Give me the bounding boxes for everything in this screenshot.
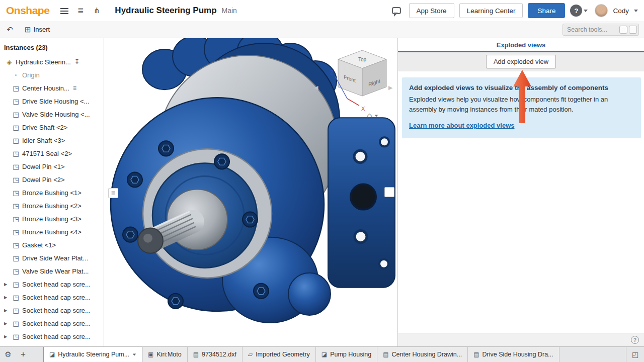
tab-hydraulic-steering-pump[interactable]: ◪ Hydraulic Steering Pum... <box>43 347 142 362</box>
named-positions-icon[interactable] <box>221 23 234 36</box>
instances-flyout-handle-icon[interactable]: ≣ <box>108 188 118 198</box>
instance-origin[interactable]: • Origin <box>0 68 104 81</box>
instances-panel: Instances (23) ◈ Hydraulic Steerin... ↧ … <box>0 38 104 346</box>
group-icon[interactable] <box>112 23 126 36</box>
instance-root[interactable]: ◈ Hydraulic Steerin... ↧ <box>0 55 104 68</box>
instance-valve-side-wear-plate[interactable]: ◳ Valve Side Wear Plat... <box>0 264 104 278</box>
instance-bronze-bushing-2[interactable]: ◳ Bronze Bushing <2> <box>0 199 104 212</box>
measure-icon[interactable] <box>343 23 357 36</box>
viewport-3d[interactable]: ≣ ◀ ▶ Top Front Right Z X ◇ <box>104 38 397 346</box>
trailing-icon[interactable]: ≡ <box>73 84 76 92</box>
simulation-icon[interactable] <box>275 23 289 36</box>
configurations-icon[interactable] <box>248 23 262 36</box>
instance-socket-head-cap-screw-1[interactable]: ▶ ◳ Socket head cap scre... <box>0 278 104 291</box>
tab-kiri-moto[interactable]: ▣ Kiri:Moto <box>142 347 188 362</box>
instance-center-housing[interactable]: ◳ Center Housin... ≡ <box>0 81 104 95</box>
instance-seal[interactable]: ◳ 471571 Seal <2> <box>0 147 104 160</box>
onshape-logo[interactable]: Onshape <box>6 5 49 17</box>
tab-pump-housing[interactable]: ◪ Pump Housing <box>316 347 377 362</box>
history-icon[interactable] <box>58 23 71 36</box>
learn-more-link[interactable]: Learn more about exploded views <box>409 122 515 129</box>
info-body: Exploded views help you visualize how co… <box>409 95 634 114</box>
instance-bronze-bushing-1[interactable]: ◳ Bronze Bushing <1> <box>0 186 104 199</box>
trailing-icon[interactable]: ↧ <box>74 58 79 65</box>
mass-properties-icon[interactable] <box>357 23 370 36</box>
display-states-icon[interactable] <box>234 23 248 36</box>
appearance-icon[interactable] <box>262 23 275 36</box>
versions-icon[interactable]: ≣ <box>75 6 86 15</box>
learning-center-button[interactable]: Learning Center <box>459 3 523 18</box>
bom-icon[interactable] <box>207 23 221 36</box>
instance-idler-shaft[interactable]: ◳ Idler Shaft <3> <box>0 134 104 147</box>
document-tab-bar: ⚙ + ◪ Hydraulic Steering Pum... ▣ Kiri:M… <box>0 346 644 362</box>
circular-pattern-icon[interactable] <box>167 23 180 36</box>
layers-panel-icon[interactable] <box>384 220 394 230</box>
rotate-left-icon[interactable]: ◀ <box>314 84 318 90</box>
fastened-mate-icon[interactable] <box>85 23 99 36</box>
exploded-view-icon[interactable] <box>194 23 207 36</box>
insert-button[interactable]: ⊞ Insert <box>20 23 55 36</box>
header-right: App Store Learning Center Share ? Cody <box>392 3 638 18</box>
info-heading: Add exploded views to visualize the asse… <box>409 84 634 92</box>
rotate-right-icon[interactable]: ▶ <box>388 84 393 90</box>
instance-socket-head-cap-screw-4[interactable]: ▶ ◳ Socket head cap scre... <box>0 317 104 330</box>
expand-chevron-icon[interactable]: ▶ <box>4 321 12 326</box>
chevron-down-icon <box>375 115 378 117</box>
parts-panel-icon[interactable] <box>384 204 394 214</box>
expand-chevron-icon[interactable]: ▶ <box>4 308 12 313</box>
instance-drive-shaft[interactable]: ◳ Drive Shaft <2> <box>0 121 104 134</box>
publication-icon[interactable] <box>316 23 330 36</box>
mate-relation-icon[interactable] <box>126 23 139 36</box>
instance-label: Hydraulic Steerin... <box>16 58 71 66</box>
user-menu[interactable]: Cody <box>613 7 629 15</box>
help-menu[interactable]: ? <box>570 5 588 17</box>
workspace-name[interactable]: Main <box>222 7 237 15</box>
instance-socket-head-cap-screw-2[interactable]: ▶ ◳ Socket head cap scre... <box>0 291 104 304</box>
expand-chevron-icon[interactable]: ▶ <box>4 295 12 300</box>
instance-gasket[interactable]: ◳ Gasket <1> <box>0 238 104 251</box>
tab-drive-side-housing-drawing[interactable]: ▤ Drive Side Housing Dra... <box>468 347 559 362</box>
view-cube[interactable]: ◀ ▶ Top Front Right Z X <box>313 44 396 120</box>
instance-dowel-pin-2[interactable]: ◳ Dowel Pin <2> <box>0 173 104 186</box>
instance-drive-side-wear-plate[interactable]: ◳ Drive Side Wear Plat... <box>0 251 104 264</box>
section-view-icon[interactable] <box>330 23 343 36</box>
panel-help-icon[interactable]: ? <box>631 336 639 344</box>
mate-icon[interactable] <box>71 23 85 36</box>
expand-chevron-icon[interactable]: ▶ <box>4 334 12 339</box>
tab-imported-geometry[interactable]: ▱ Imported Geometry <box>243 347 316 362</box>
instance-valve-side-housing[interactable]: ◳ Valve Side Housing <... <box>0 108 104 121</box>
new-tab-button[interactable]: + <box>16 347 30 362</box>
linear-pattern-icon[interactable] <box>153 23 167 36</box>
tab-label: Kiri:Moto <box>156 351 181 358</box>
snap-mode-icon[interactable] <box>139 23 153 36</box>
chevron-down-icon <box>584 10 588 12</box>
add-exploded-view-button[interactable]: Add exploded view <box>486 55 556 68</box>
routing-icon[interactable] <box>302 23 316 36</box>
search-tools-input[interactable] <box>562 24 639 36</box>
app-store-button[interactable]: App Store <box>409 3 454 18</box>
help-icon[interactable]: ? <box>570 5 582 17</box>
undo-icon[interactable]: ↶ <box>3 23 17 36</box>
expand-chevron-icon[interactable]: ▶ <box>4 282 12 287</box>
instance-bronze-bushing-4[interactable]: ◳ Bronze Bushing <4> <box>0 225 104 238</box>
comments-icon[interactable] <box>392 7 401 14</box>
instance-drive-side-housing[interactable]: ◳ Drive Side Housing <... <box>0 95 104 108</box>
avatar[interactable] <box>595 4 608 17</box>
branch-icon[interactable]: ⋔ <box>92 6 102 15</box>
tab-manager-icon[interactable]: ◰ <box>626 347 644 362</box>
gear-icon[interactable]: ⚙ <box>0 347 16 362</box>
replicate-icon[interactable] <box>180 23 194 36</box>
instance-dowel-pin-1[interactable]: ◳ Dowel Pin <1> <box>0 160 104 173</box>
frames-icon[interactable] <box>289 23 302 36</box>
tab-center-housing-drawing[interactable]: ▤ Center Housing Drawin... <box>377 347 468 362</box>
mate-connector-icon[interactable] <box>99 23 112 36</box>
menu-icon[interactable] <box>60 8 69 14</box>
share-button[interactable]: Share <box>528 3 565 18</box>
instance-bronze-bushing-3[interactable]: ◳ Bronze Bushing <3> <box>0 212 104 225</box>
instance-socket-head-cap-screw-5[interactable]: ▶ ◳ Socket head cap scre... <box>0 330 104 343</box>
tab-label: Imported Geometry <box>256 351 310 358</box>
properties-panel-icon[interactable] <box>384 187 394 197</box>
instance-socket-head-cap-screw-3[interactable]: ▶ ◳ Socket head cap scre... <box>0 304 104 317</box>
display-options-button[interactable]: ◇ <box>367 112 378 120</box>
tab-9734512-dxf[interactable]: ▤ 9734512.dxf <box>188 347 243 362</box>
